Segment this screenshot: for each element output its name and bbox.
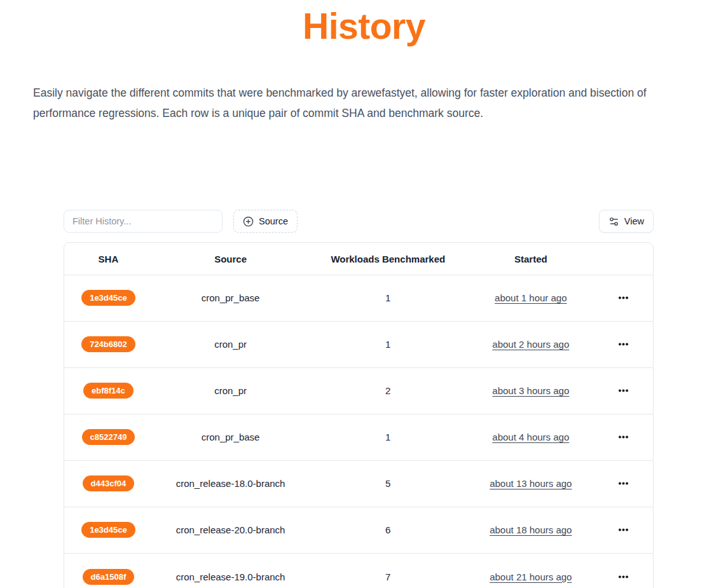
started-link[interactable]: about 13 hours ago [490, 478, 572, 489]
actions-cell [594, 414, 653, 460]
column-header-workloads: Workloads Benchmarked [308, 243, 467, 275]
source-cell: cron_release-20.0-branch [153, 507, 308, 553]
history-table-body: 1e3d45ce cron_pr_base 1 about 1 hour ago… [64, 275, 653, 588]
started-link[interactable]: about 2 hours ago [492, 339, 569, 350]
history-section: Source View SHA Source Workl [64, 210, 654, 588]
sha-cell: c8522749 [64, 414, 153, 460]
sha-cell: 1e3d45ce [64, 275, 153, 321]
row-menu-button[interactable] [614, 289, 633, 306]
actions-cell [594, 275, 653, 321]
actions-cell [594, 460, 653, 507]
source-cell: cron_release-18.0-branch [153, 460, 308, 507]
plus-circle-icon [243, 216, 254, 227]
commit-sha-badge[interactable]: d443cf04 [83, 475, 135, 491]
commit-sha-badge[interactable]: c8522749 [82, 429, 135, 445]
column-header-actions [594, 243, 653, 275]
history-table-row: c8522749 cron_pr_base 1 about 4 hours ag… [64, 414, 653, 460]
table-controls: Source View [64, 210, 654, 233]
history-table-row: d443cf04 cron_release-18.0-branch 5 abou… [64, 460, 653, 507]
history-table-row: d6a1508f cron_release-19.0-branch 7 abou… [64, 553, 653, 588]
actions-cell [594, 321, 653, 367]
row-menu-button[interactable] [614, 475, 633, 492]
started-link[interactable]: about 3 hours ago [492, 385, 569, 396]
history-table-row: 724b6802 cron_pr 1 about 2 hours ago [64, 321, 653, 367]
started-link[interactable]: about 4 hours ago [492, 432, 569, 442]
workloads-cell: 1 [308, 275, 467, 321]
started-cell: about 4 hours ago [467, 414, 594, 460]
commit-sha-badge[interactable]: 724b6802 [81, 336, 135, 352]
commit-sha-badge[interactable]: ebf8f14c [83, 383, 134, 399]
ellipsis-icon [617, 524, 629, 536]
column-header-source: Source [153, 243, 308, 275]
started-cell: about 1 hour ago [467, 275, 594, 321]
sliders-icon [608, 216, 619, 227]
column-header-sha: SHA [64, 243, 153, 275]
ellipsis-icon [617, 571, 629, 583]
actions-cell [594, 553, 653, 588]
table-header-row: SHA Source Workloads Benchmarked Started [64, 243, 653, 275]
started-link[interactable]: about 1 hour ago [495, 292, 567, 303]
commit-sha-badge[interactable]: d6a1508f [83, 569, 135, 585]
row-menu-button[interactable] [614, 568, 633, 585]
workloads-cell: 1 [308, 321, 467, 367]
sha-cell: d6a1508f [64, 553, 153, 588]
view-button-label: View [624, 216, 644, 226]
source-cell: cron_pr_base [153, 275, 308, 321]
sha-cell: 724b6802 [64, 321, 153, 367]
history-table: SHA Source Workloads Benchmarked Started… [64, 243, 653, 588]
source-button-label: Source [259, 216, 288, 226]
started-cell: about 2 hours ago [467, 321, 594, 367]
actions-cell [594, 507, 653, 553]
history-table-row: 1e3d45ce cron_release-20.0-branch 6 abou… [64, 507, 653, 553]
started-cell: about 3 hours ago [467, 367, 594, 414]
ellipsis-icon [617, 292, 629, 304]
ellipsis-icon [617, 385, 629, 397]
row-menu-button[interactable] [614, 336, 633, 353]
started-cell: about 13 hours ago [467, 460, 594, 507]
source-cell: cron_pr_base [153, 414, 308, 460]
workloads-cell: 6 [308, 507, 467, 553]
filter-history-input[interactable] [64, 210, 223, 233]
started-link[interactable]: about 18 hours ago [490, 524, 572, 535]
history-table-container: SHA Source Workloads Benchmarked Started… [64, 242, 654, 588]
column-header-started: Started [467, 243, 594, 275]
started-cell: about 18 hours ago [467, 507, 594, 553]
history-table-row: 1e3d45ce cron_pr_base 1 about 1 hour ago [64, 275, 653, 321]
workloads-cell: 2 [308, 367, 467, 414]
started-link[interactable]: about 21 hours ago [490, 571, 572, 582]
view-options-button[interactable]: View [599, 210, 654, 233]
source-filter-button[interactable]: Source [233, 210, 298, 233]
sha-cell: ebf8f14c [64, 367, 153, 414]
sha-cell: 1e3d45ce [64, 507, 153, 553]
row-menu-button[interactable] [614, 382, 633, 399]
started-cell: about 21 hours ago [467, 553, 594, 588]
actions-cell [594, 367, 653, 414]
workloads-cell: 5 [308, 460, 467, 507]
source-cell: cron_pr [153, 321, 308, 367]
ellipsis-icon [617, 338, 629, 350]
source-cell: cron_release-19.0-branch [153, 553, 308, 588]
source-cell: cron_pr [153, 367, 308, 414]
ellipsis-icon [617, 431, 629, 443]
commit-sha-badge[interactable]: 1e3d45ce [81, 290, 135, 306]
page-title: History [0, 4, 728, 49]
page-description: Easily navigate the different commits th… [33, 83, 668, 123]
ellipsis-icon [617, 477, 629, 489]
row-menu-button[interactable] [614, 428, 633, 446]
workloads-cell: 7 [308, 553, 467, 588]
commit-sha-badge[interactable]: 1e3d45ce [81, 522, 135, 538]
row-menu-button[interactable] [614, 521, 633, 538]
sha-cell: d443cf04 [64, 460, 153, 507]
workloads-cell: 1 [308, 414, 467, 460]
history-page: History Easily navigate the different co… [0, 4, 728, 588]
history-table-row: ebf8f14c cron_pr 2 about 3 hours ago [64, 367, 653, 414]
